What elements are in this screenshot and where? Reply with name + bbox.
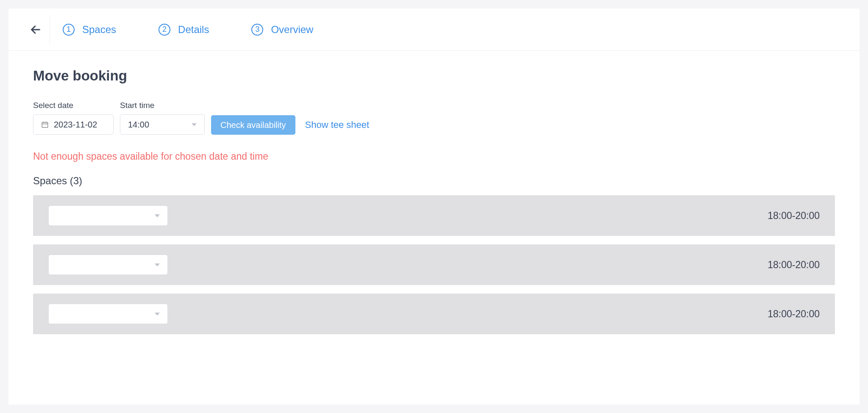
svg-rect-1 (42, 122, 48, 128)
step-label: Overview (271, 24, 313, 36)
chevron-down-icon (155, 263, 160, 266)
page: 1 Spaces 2 Details 3 Overview Move booki… (8, 8, 860, 405)
space-select[interactable] (48, 255, 168, 275)
step-spaces[interactable]: 1 Spaces (63, 24, 116, 36)
space-row: 18:00-20:00 (33, 195, 835, 236)
step-number: 2 (159, 24, 170, 36)
show-tee-sheet-link[interactable]: Show tee sheet (302, 115, 370, 135)
time-field: Start time 14:00 (120, 101, 205, 135)
date-label: Select date (33, 101, 114, 110)
calendar-icon (41, 121, 49, 128)
space-select[interactable] (48, 205, 168, 226)
chevron-down-icon (192, 123, 197, 126)
top-bar: 1 Spaces 2 Details 3 Overview (8, 8, 860, 51)
space-time: 18:00-20:00 (768, 308, 820, 320)
step-number: 1 (63, 24, 75, 36)
time-label: Start time (120, 101, 205, 110)
date-value: 2023-11-02 (54, 120, 97, 130)
form-row: Select date 2023-11-02 Start time 14:00 (33, 101, 835, 135)
space-row: 18:00-20:00 (33, 244, 835, 285)
step-number: 3 (251, 24, 263, 36)
date-input[interactable]: 2023-11-02 (33, 114, 114, 135)
check-availability-button[interactable]: Check availability (211, 115, 295, 135)
chevron-down-icon (155, 313, 160, 316)
wizard-steps: 1 Spaces 2 Details 3 Overview (63, 24, 313, 36)
page-title: Move booking (33, 68, 835, 84)
date-field: Select date 2023-11-02 (33, 101, 114, 135)
step-overview[interactable]: 3 Overview (251, 24, 313, 36)
space-row: 18:00-20:00 (33, 294, 835, 334)
space-select[interactable] (48, 304, 168, 324)
spaces-heading: Spaces (3) (33, 175, 835, 187)
step-details[interactable]: 2 Details (159, 24, 209, 36)
space-time: 18:00-20:00 (768, 210, 820, 222)
main-content: Move booking Select date 2023-11-02 Star… (8, 51, 860, 405)
back-button[interactable] (21, 15, 50, 44)
space-time: 18:00-20:00 (768, 259, 820, 271)
start-time-select[interactable]: 14:00 (120, 114, 205, 135)
step-label: Spaces (82, 24, 116, 36)
step-label: Details (178, 24, 209, 36)
error-message: Not enough spaces available for chosen d… (33, 151, 835, 162)
chevron-down-icon (155, 214, 160, 217)
time-value: 14:00 (128, 120, 149, 130)
arrow-left-icon (30, 24, 42, 36)
